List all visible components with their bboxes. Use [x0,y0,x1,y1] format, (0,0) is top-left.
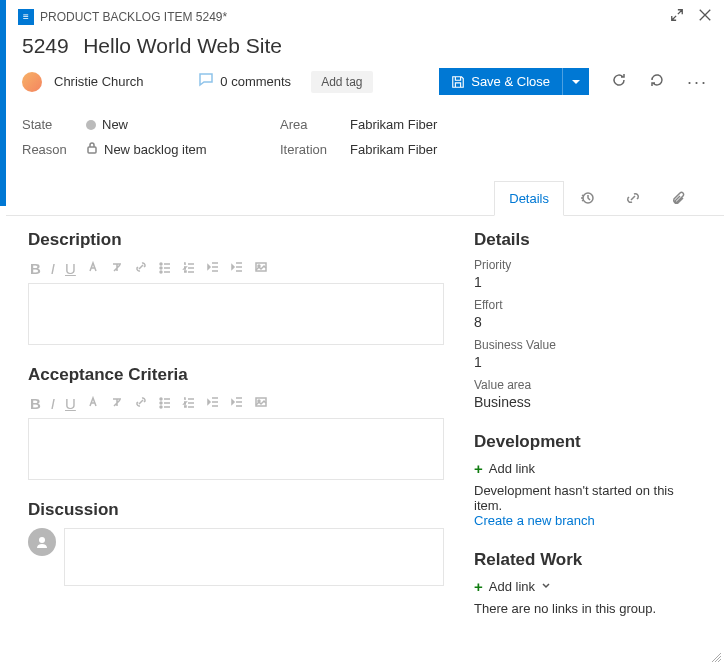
comments-count[interactable]: 0 comments [198,72,291,91]
font-color-icon[interactable] [86,260,100,277]
business-value-label: Business Value [474,338,702,352]
discussion-heading: Discussion [28,500,444,520]
underline-icon[interactable]: U [65,395,76,412]
priority-value[interactable]: 1 [474,274,702,290]
resize-handle-icon[interactable] [710,649,722,667]
plus-icon: + [474,578,483,595]
italic-icon[interactable]: I [51,395,55,412]
tab-history[interactable] [564,181,610,215]
create-branch-link[interactable]: Create a new branch [474,513,702,528]
svg-point-4 [160,271,162,273]
work-item-type-icon [18,9,34,25]
underline-icon[interactable]: U [65,260,76,277]
effort-label: Effort [474,298,702,312]
comment-icon [198,72,214,91]
effort-value[interactable]: 8 [474,314,702,330]
image-icon[interactable] [254,260,268,277]
add-tag-button[interactable]: Add tag [311,71,372,93]
comments-label: 0 comments [220,74,291,89]
plus-icon: + [474,460,483,477]
area-label: Area [280,117,350,132]
font-color-icon[interactable] [86,395,100,412]
description-toolbar: B I U [28,258,444,283]
related-work-heading: Related Work [474,550,702,570]
clear-format-icon[interactable] [110,260,124,277]
svg-point-8 [160,402,162,404]
indent-icon[interactable] [230,395,244,412]
outdent-icon[interactable] [206,395,220,412]
assignee-name[interactable]: Christie Church [54,74,144,89]
svg-point-3 [160,267,162,269]
area-value[interactable]: Fabrikam Fiber [350,117,437,132]
breadcrumb: PRODUCT BACKLOG ITEM 5249* [40,10,656,24]
related-empty-text: There are no links in this group. [474,601,702,616]
tab-links[interactable] [610,181,656,215]
bold-icon[interactable]: B [30,395,41,412]
bullet-list-icon[interactable] [158,260,172,277]
acceptance-editor[interactable] [28,418,444,480]
reason-label: Reason [22,142,86,157]
lock-icon [86,142,98,157]
italic-icon[interactable]: I [51,260,55,277]
user-avatar-icon [28,528,56,556]
reason-value[interactable]: New backlog item [86,142,280,157]
add-link-development[interactable]: + Add link [474,460,702,477]
close-icon[interactable] [698,8,712,26]
svg-rect-0 [88,147,96,153]
link-icon[interactable] [134,260,148,277]
tab-attachments[interactable] [656,181,702,215]
acceptance-toolbar: B I U [28,393,444,418]
acceptance-heading: Acceptance Criteria [28,365,444,385]
more-actions-icon[interactable]: ··· [687,73,708,91]
assignee-avatar[interactable] [22,72,42,92]
number-list-icon[interactable] [182,395,196,412]
refresh-icon[interactable] [611,72,627,92]
state-label: State [22,117,86,132]
value-area-label: Value area [474,378,702,392]
link-icon[interactable] [134,395,148,412]
save-label: Save & Close [471,74,550,89]
business-value-value[interactable]: 1 [474,354,702,370]
undo-icon[interactable] [649,72,665,92]
indent-icon[interactable] [230,260,244,277]
state-dot-icon [86,120,96,130]
image-icon[interactable] [254,395,268,412]
work-item-title[interactable]: Hello World Web Site [83,34,282,57]
svg-point-7 [160,398,162,400]
tab-details[interactable]: Details [494,181,564,216]
description-editor[interactable] [28,283,444,345]
svg-point-9 [160,406,162,408]
iteration-label: Iteration [280,142,350,157]
bold-icon[interactable]: B [30,260,41,277]
outdent-icon[interactable] [206,260,220,277]
value-area-value[interactable]: Business [474,394,702,410]
details-panel-heading: Details [474,230,702,250]
expand-icon[interactable] [670,8,684,26]
save-and-close-button[interactable]: Save & Close [439,68,562,95]
description-heading: Description [28,230,444,250]
svg-point-2 [160,263,162,265]
number-list-icon[interactable] [182,260,196,277]
priority-label: Priority [474,258,702,272]
work-item-id: 5249 [22,34,69,57]
svg-point-12 [39,537,45,543]
save-dropdown[interactable] [562,68,589,95]
bullet-list-icon[interactable] [158,395,172,412]
chevron-down-icon [541,579,551,594]
add-link-related[interactable]: + Add link [474,578,702,595]
development-status-text: Development hasn't started on this item. [474,483,702,513]
clear-format-icon[interactable] [110,395,124,412]
state-value[interactable]: New [86,117,280,132]
development-heading: Development [474,432,702,452]
discussion-editor[interactable] [64,528,444,586]
iteration-value[interactable]: Fabrikam Fiber [350,142,437,157]
